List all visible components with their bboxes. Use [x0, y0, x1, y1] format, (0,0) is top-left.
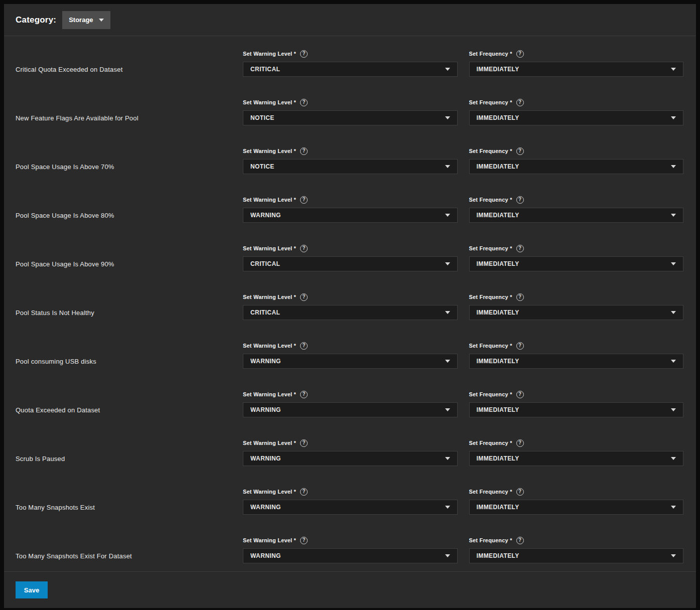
help-icon[interactable]: ? — [516, 50, 524, 58]
frequency-select[interactable]: IMMEDIATELY — [469, 354, 684, 369]
warning-level-value: WARNING — [250, 504, 445, 511]
warning-level-label-row: Set Warning Level * ? — [243, 196, 458, 203]
help-icon[interactable]: ? — [516, 245, 524, 252]
alert-row: Pool Status Is Not Healthy Set Warning L… — [4, 279, 696, 328]
help-icon[interactable]: ? — [516, 147, 524, 155]
warning-level-label-row: Set Warning Level * ? — [243, 342, 458, 349]
alert-row: Too Many Snapshots Exist Set Warning Lev… — [4, 474, 696, 523]
chevron-down-icon — [671, 68, 676, 71]
frequency-field: Set Frequency * ? IMMEDIATELY — [469, 537, 684, 563]
frequency-label-row: Set Frequency * ? — [469, 196, 684, 203]
alert-row: New Feature Flags Are Available for Pool… — [4, 85, 696, 133]
chevron-down-icon — [445, 68, 450, 71]
warning-level-select[interactable]: CRITICAL — [243, 62, 458, 77]
warning-level-label: Set Warning Level * — [243, 197, 296, 203]
warning-level-label: Set Warning Level * — [243, 391, 296, 397]
save-button[interactable]: Save — [16, 581, 48, 598]
alert-name-label: Too Many Snapshots Exist — [16, 500, 231, 515]
help-icon[interactable]: ? — [516, 293, 524, 301]
alert-row: Pool Space Usage Is Above 80% Set Warnin… — [4, 182, 696, 231]
frequency-field: Set Frequency * ? IMMEDIATELY — [469, 245, 684, 271]
warning-level-value: WARNING — [250, 212, 445, 219]
chevron-down-icon — [445, 408, 450, 411]
help-icon[interactable]: ? — [516, 342, 524, 350]
help-icon[interactable]: ? — [516, 99, 524, 106]
chevron-down-icon — [671, 408, 676, 411]
frequency-value: IMMEDIATELY — [477, 260, 671, 267]
chevron-down-icon — [671, 457, 676, 460]
chevron-down-icon — [671, 116, 676, 119]
frequency-value: IMMEDIATELY — [477, 552, 671, 559]
frequency-select[interactable]: IMMEDIATELY — [469, 451, 684, 466]
help-icon[interactable]: ? — [516, 537, 524, 544]
frequency-select[interactable]: IMMEDIATELY — [469, 548, 684, 563]
warning-level-value: CRITICAL — [250, 260, 445, 267]
alert-name-label: Pool Space Usage Is Above 80% — [16, 208, 231, 223]
warning-level-value: WARNING — [250, 455, 445, 462]
warning-level-select[interactable]: NOTICE — [243, 159, 458, 174]
frequency-select[interactable]: IMMEDIATELY — [469, 256, 684, 271]
chevron-down-icon — [671, 165, 676, 168]
frequency-value: IMMEDIATELY — [477, 66, 671, 73]
warning-level-value: WARNING — [250, 358, 445, 365]
help-icon[interactable]: ? — [300, 50, 308, 58]
frequency-select[interactable]: IMMEDIATELY — [469, 500, 684, 515]
footer-bar: Save — [4, 571, 696, 608]
alert-name-label: Pool Status Is Not Healthy — [16, 305, 231, 320]
alert-settings-screen: Category: Storage Critical Quota Exceede… — [0, 0, 700, 610]
warning-level-field: Set Warning Level * ? WARNING — [243, 488, 458, 515]
category-dropdown[interactable]: Storage — [62, 11, 110, 29]
help-icon[interactable]: ? — [300, 196, 308, 204]
frequency-select[interactable]: IMMEDIATELY — [469, 305, 684, 320]
warning-level-label: Set Warning Level * — [243, 343, 296, 349]
chevron-down-icon — [445, 311, 450, 314]
help-icon[interactable]: ? — [516, 391, 524, 398]
frequency-select[interactable]: IMMEDIATELY — [469, 110, 684, 125]
frequency-value: IMMEDIATELY — [477, 455, 671, 462]
frequency-select[interactable]: IMMEDIATELY — [469, 402, 684, 417]
warning-level-select[interactable]: WARNING — [243, 354, 458, 369]
warning-level-field: Set Warning Level * ? NOTICE — [243, 147, 458, 174]
warning-level-value: CRITICAL — [250, 66, 445, 73]
frequency-value: IMMEDIATELY — [477, 406, 671, 413]
help-icon[interactable]: ? — [300, 147, 308, 155]
help-icon[interactable]: ? — [516, 439, 524, 447]
frequency-label: Set Frequency * — [469, 440, 512, 446]
chevron-down-icon — [99, 19, 104, 22]
help-icon[interactable]: ? — [516, 196, 524, 204]
chevron-down-icon — [445, 554, 450, 557]
help-icon[interactable]: ? — [300, 342, 308, 350]
warning-level-select[interactable]: CRITICAL — [243, 256, 458, 271]
frequency-label: Set Frequency * — [469, 51, 512, 57]
frequency-select[interactable]: IMMEDIATELY — [469, 62, 684, 77]
warning-level-label-row: Set Warning Level * ? — [243, 488, 458, 495]
warning-level-field: Set Warning Level * ? WARNING — [243, 439, 458, 466]
warning-level-field: Set Warning Level * ? CRITICAL — [243, 293, 458, 320]
frequency-value: IMMEDIATELY — [477, 309, 671, 316]
warning-level-select[interactable]: WARNING — [243, 548, 458, 563]
help-icon[interactable]: ? — [300, 245, 308, 252]
help-icon[interactable]: ? — [300, 439, 308, 447]
frequency-select[interactable]: IMMEDIATELY — [469, 159, 684, 174]
help-icon[interactable]: ? — [300, 293, 308, 301]
frequency-select[interactable]: IMMEDIATELY — [469, 208, 684, 223]
alert-settings-panel: Category: Storage Critical Quota Exceede… — [4, 4, 696, 608]
chevron-down-icon — [671, 311, 676, 314]
warning-level-select[interactable]: WARNING — [243, 500, 458, 515]
help-icon[interactable]: ? — [516, 488, 524, 496]
help-icon[interactable]: ? — [300, 391, 308, 398]
warning-level-select[interactable]: NOTICE — [243, 110, 458, 125]
help-icon[interactable]: ? — [300, 99, 308, 106]
help-icon[interactable]: ? — [300, 537, 308, 544]
warning-level-select[interactable]: WARNING — [243, 402, 458, 417]
frequency-field: Set Frequency * ? IMMEDIATELY — [469, 196, 684, 223]
frequency-field: Set Frequency * ? IMMEDIATELY — [469, 488, 684, 515]
alert-name-label: Pool consuming USB disks — [16, 354, 231, 369]
warning-level-select[interactable]: WARNING — [243, 451, 458, 466]
chevron-down-icon — [671, 262, 676, 265]
alert-name-label: Pool Space Usage Is Above 90% — [16, 256, 231, 271]
warning-level-select[interactable]: WARNING — [243, 208, 458, 223]
warning-level-label: Set Warning Level * — [243, 440, 296, 446]
warning-level-select[interactable]: CRITICAL — [243, 305, 458, 320]
help-icon[interactable]: ? — [300, 488, 308, 496]
